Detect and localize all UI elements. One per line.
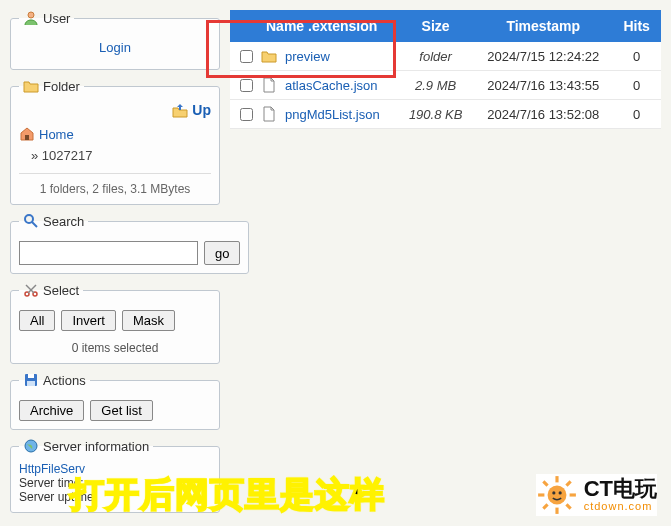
user-legend-text: User (43, 11, 70, 26)
select-invert-button[interactable]: Invert (61, 310, 116, 331)
actions-legend: Actions (19, 372, 90, 388)
folder-summary: 1 folders, 2 files, 3.1 MBytes (19, 173, 211, 196)
current-folder: » 1027217 (31, 148, 211, 163)
svg-point-21 (552, 491, 555, 494)
row-checkbox[interactable] (240, 79, 253, 92)
svg-rect-1 (25, 135, 29, 140)
col-ts-header[interactable]: Timestamp (474, 10, 612, 42)
svg-line-20 (543, 504, 547, 508)
user-legend: User (19, 10, 74, 26)
file-icon (261, 106, 277, 122)
size-cell: 190.8 KB (397, 100, 474, 129)
user-panel: User Login (10, 10, 220, 70)
up-icon (172, 102, 188, 118)
caption-overlay: 打开后网页里是这样 (70, 472, 385, 518)
svg-point-12 (547, 486, 566, 505)
sidebar: User Login Folder Up Home (10, 10, 220, 521)
ts-cell: 2024/7/16 13:43:55 (474, 71, 612, 100)
folder-icon (261, 48, 277, 64)
home-link[interactable]: Home (19, 126, 211, 142)
search-panel: Search go (10, 213, 249, 274)
folder-legend-text: Folder (43, 79, 80, 94)
file-link[interactable]: preview (285, 49, 330, 64)
actions-legend-text: Actions (43, 373, 86, 388)
search-legend: Search (19, 213, 88, 229)
file-link[interactable]: pngMd5List.json (285, 107, 380, 122)
world-icon (23, 438, 39, 454)
user-icon (23, 10, 39, 26)
svg-point-22 (558, 491, 561, 494)
file-icon (261, 77, 277, 93)
svg-line-3 (32, 222, 37, 227)
folder-panel: Folder Up Home » 1027217 1 folders, 2 fi… (10, 78, 220, 205)
row-checkbox[interactable] (240, 50, 253, 63)
select-mask-button[interactable]: Mask (122, 310, 175, 331)
search-legend-text: Search (43, 214, 84, 229)
table-row: previewfolder2024/7/15 12:24:220 (230, 42, 661, 71)
row-checkbox[interactable] (240, 108, 253, 121)
svg-line-17 (543, 481, 547, 485)
server-info-legend-text: Server information (43, 439, 149, 454)
size-cell: 2.9 MB (397, 71, 474, 100)
svg-point-2 (25, 215, 33, 223)
hits-cell: 0 (612, 100, 661, 129)
svg-line-18 (566, 504, 570, 508)
col-hits-header[interactable]: Hits (612, 10, 661, 42)
select-panel: Select All Invert Mask 0 items selected (10, 282, 220, 364)
table-row: atlasCache.json2.9 MB2024/7/16 13:43:550 (230, 71, 661, 100)
svg-point-0 (28, 12, 34, 18)
logo-badge: CT电玩 ctdown.com (536, 474, 657, 516)
save-icon (23, 372, 39, 388)
logo-brand: CT电玩 (584, 478, 657, 500)
folder-up[interactable]: Up (192, 102, 211, 118)
file-link[interactable]: atlasCache.json (285, 78, 378, 93)
file-table: Name .extension Size Timestamp Hits prev… (230, 10, 661, 129)
svg-rect-9 (28, 374, 34, 378)
server-info-legend: Server information (19, 438, 153, 454)
main-content: Name .extension Size Timestamp Hits prev… (230, 10, 661, 521)
current-folder-name: 1027217 (42, 148, 93, 163)
svg-rect-10 (27, 381, 35, 386)
select-legend-text: Select (43, 283, 79, 298)
folder-legend: Folder (19, 78, 84, 94)
ts-cell: 2024/7/16 13:52:08 (474, 100, 612, 129)
size-cell: folder (397, 42, 474, 71)
select-legend: Select (19, 282, 83, 298)
ts-cell: 2024/7/15 12:24:22 (474, 42, 612, 71)
select-status: 0 items selected (19, 341, 211, 355)
getlist-button[interactable]: Get list (90, 400, 152, 421)
home-text: Home (39, 127, 74, 142)
folder-icon (23, 78, 39, 94)
scissors-icon (23, 282, 39, 298)
archive-button[interactable]: Archive (19, 400, 84, 421)
actions-panel: Actions Archive Get list (10, 372, 220, 430)
search-icon (23, 213, 39, 229)
col-size-header[interactable]: Size (397, 10, 474, 42)
search-input[interactable] (19, 241, 198, 265)
select-all-button[interactable]: All (19, 310, 55, 331)
home-icon (19, 126, 35, 142)
login-link[interactable]: Login (19, 34, 211, 61)
sun-icon (536, 474, 578, 516)
table-row: pngMd5List.json190.8 KB2024/7/16 13:52:0… (230, 100, 661, 129)
logo-sub: ctdown.com (584, 500, 657, 512)
col-name-header[interactable]: Name .extension (230, 10, 397, 42)
hits-cell: 0 (612, 71, 661, 100)
hits-cell: 0 (612, 42, 661, 71)
svg-line-19 (566, 481, 570, 485)
